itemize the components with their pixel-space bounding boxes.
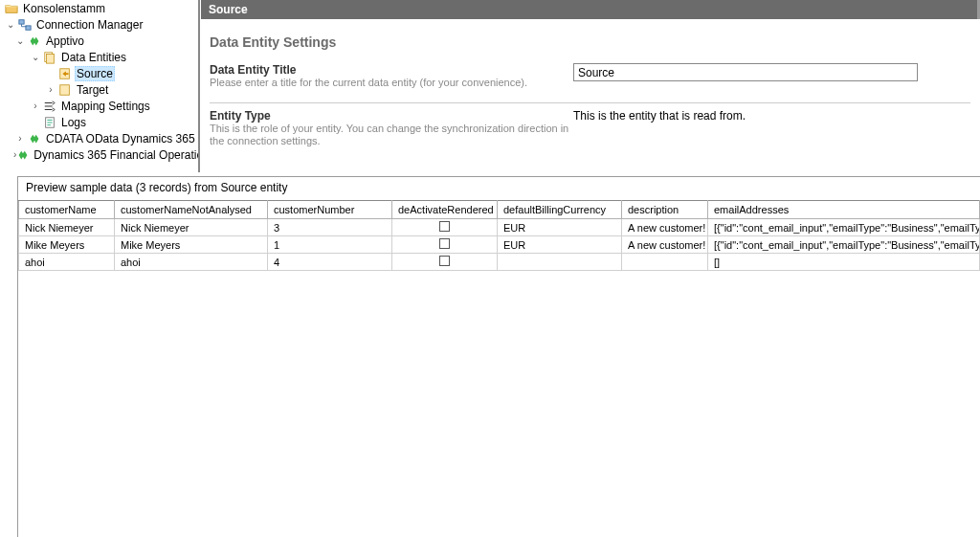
svg-rect-5 [60,84,70,95]
navigation-tree: Konsolenstamm ⌄ Connection Manager ⌄ App… [0,0,198,172]
col-defaultBillingCurrency[interactable]: defaultBillingCurrency [498,201,622,219]
table-cell: [] [708,254,980,271]
checkbox-icon [439,238,450,249]
col-customerName[interactable]: customerName [19,201,115,219]
logs-icon [42,115,57,130]
table-cell: Mike Meyers [19,236,115,254]
chevron-right-icon[interactable]: › [13,133,27,144]
mapping-icon [42,99,57,114]
tree-item-root[interactable]: Konsolenstamm [0,0,198,16]
table-cell [392,254,498,271]
table-cell: EUR [498,219,622,236]
checkbox-icon [439,256,450,266]
connector-icon [27,131,42,146]
table-cell [392,219,498,236]
svg-rect-0 [19,19,24,23]
connector-icon [27,34,42,49]
settings-panel: Source Data Entity Settings Data Entity … [198,0,980,172]
preview-table[interactable]: customerName customerNameNotAnalysed cus… [18,200,980,271]
tree-item-target[interactable]: › Target [0,81,198,98]
target-entity-icon [57,82,73,98]
chevron-down-icon[interactable]: ⌄ [13,35,27,46]
tree-item-apptivo[interactable]: ⌄ Apptivo [0,33,198,49]
table-cell: [{"id":"cont_email_input","emailType":"B… [708,219,980,236]
table-cell [392,236,498,254]
tree-item-connection-manager[interactable]: ⌄ Connection Manager [0,16,198,33]
source-entity-icon [57,66,73,81]
checkbox-icon [439,221,450,232]
table-row[interactable]: ahoiahoi4[] [19,254,980,271]
tree-label: Logs [59,116,88,129]
tree-label: Source [75,66,115,81]
tree-label: Mapping Settings [59,100,152,113]
tree-item-source[interactable]: Source [0,65,198,81]
table-cell: A new customer! [622,219,708,236]
col-customerNameNotAnalysed[interactable]: customerNameNotAnalysed [115,201,268,219]
tree-label: Connection Manager [34,18,145,32]
table-cell [622,254,708,271]
connection-manager-icon [17,17,33,33]
field-label-title: Data Entity Title [210,63,573,77]
table-cell [498,254,622,271]
table-row[interactable]: Mike MeyersMike Meyers1EURA new customer… [19,236,980,254]
divider [210,102,970,103]
section-title: Data Entity Settings [210,34,970,50]
chevron-down-icon[interactable]: ⌄ [29,52,42,62]
tree-label: CDATA OData Dynamics 365 [44,132,197,145]
col-description[interactable]: description [622,201,708,219]
table-cell: 3 [268,219,392,236]
data-entity-title-input[interactable] [573,63,918,81]
table-cell: A new customer! [622,236,708,254]
col-customerNumber[interactable]: customerNumber [268,201,392,219]
tree-item-d365[interactable]: › Dynamics 365 Financial Operations [0,146,198,163]
table-cell: EUR [498,236,622,254]
panel-title: Source [209,3,248,16]
chevron-right-icon[interactable]: › [44,84,57,95]
panel-header: Source [200,0,980,19]
field-label-type: Entity Type [210,109,573,123]
tree-label: Konsolenstamm [21,2,107,15]
field-help-type: This is the role of your entity. You can… [210,123,573,147]
tree-label: Target [75,83,110,97]
svg-rect-3 [47,54,55,63]
folder-icon [4,1,19,16]
tree-item-logs[interactable]: Logs [0,114,198,130]
tree-label: Dynamics 365 Financial Operations [32,148,198,162]
entity-type-value: This is the entity that is read from. [573,109,746,123]
table-cell: ahoi [19,254,115,271]
entities-icon [42,50,57,65]
col-emailAddresses[interactable]: emailAddresses [708,201,980,219]
preview-panel: Preview sample data (3 records) from Sou… [17,176,980,537]
chevron-right-icon[interactable]: › [29,101,42,111]
table-header-row[interactable]: customerName customerNameNotAnalysed cus… [19,201,980,219]
table-cell: Mike Meyers [115,236,268,254]
table-row[interactable]: Nick NiemeyerNick Niemeyer3EURA new cust… [19,219,980,236]
tree-item-data-entities[interactable]: ⌄ Data Entities [0,49,198,65]
tree-label: Apptivo [44,34,86,48]
col-deActivateRendered[interactable]: deActivateRendered [392,201,498,219]
field-help-title: Please enter a title for the current dat… [210,77,573,89]
tree-item-cdata[interactable]: › CDATA OData Dynamics 365 [0,130,198,146]
connector-icon [16,147,30,163]
table-cell: ahoi [115,254,268,271]
tree-item-mapping-settings[interactable]: › Mapping Settings [0,98,198,114]
preview-title: Preview sample data (3 records) from Sou… [18,177,980,200]
table-cell: 1 [268,236,392,254]
table-cell: Nick Niemeyer [19,219,115,236]
tree-label: Data Entities [59,51,128,64]
table-cell: [{"id":"cont_email_input","emailType":"B… [708,236,980,254]
table-cell: 4 [268,254,392,271]
table-cell: Nick Niemeyer [115,219,268,236]
chevron-down-icon[interactable]: ⌄ [4,19,17,30]
